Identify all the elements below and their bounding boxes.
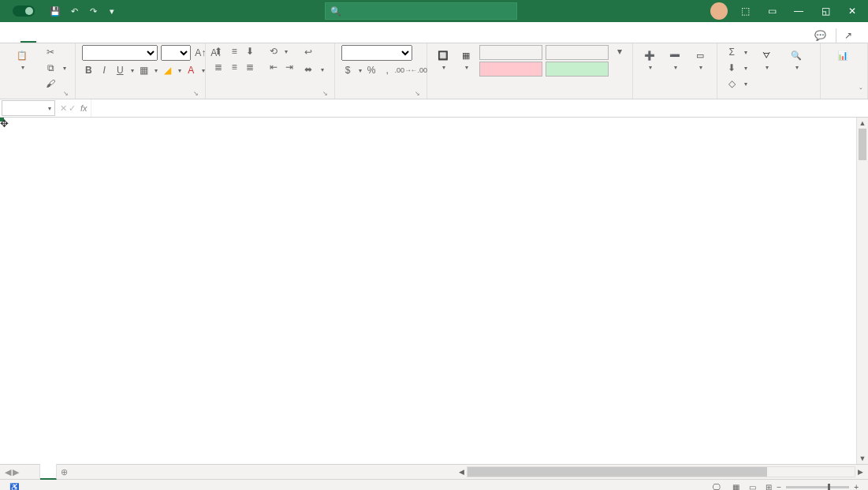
scroll-thumb[interactable]: [859, 129, 866, 160]
formula-enter-icon[interactable]: ✓: [69, 103, 76, 114]
percent-format-icon[interactable]: %: [365, 64, 378, 77]
fill-color-button[interactable]: ◢: [161, 64, 173, 77]
comments-button[interactable]: 💬: [808, 28, 836, 43]
zoom-thumb[interactable]: [828, 484, 830, 491]
align-left-icon[interactable]: ≣: [212, 61, 225, 73]
tab-help[interactable]: [131, 36, 147, 43]
window-close-icon[interactable]: ✕: [843, 3, 862, 19]
zoom-slider[interactable]: [786, 486, 849, 488]
tab-formulas[interactable]: [68, 36, 84, 43]
save-icon[interactable]: 💾: [47, 3, 63, 19]
sheet-tab-readme[interactable]: [24, 465, 40, 479]
share-button[interactable]: ↗: [836, 28, 863, 43]
tab-review[interactable]: [99, 36, 115, 43]
qat-more-icon[interactable]: ▾: [104, 3, 120, 19]
find-select-button[interactable]: 🔍▾: [784, 45, 809, 71]
scroll-up-icon[interactable]: ▲: [857, 118, 868, 129]
font-size-select[interactable]: [161, 45, 191, 61]
new-sheet-button[interactable]: ⊕: [57, 467, 71, 477]
worksheet-area[interactable]: ✥ ▲ ▼: [0, 118, 868, 464]
font-color-button[interactable]: A: [184, 64, 197, 77]
align-middle-icon[interactable]: ≡: [228, 45, 240, 58]
dialog-launcher-icon[interactable]: ↘: [63, 90, 69, 97]
window-restore-icon[interactable]: ◱: [816, 3, 835, 19]
align-bottom-icon[interactable]: ⬇: [244, 45, 256, 58]
wrap-text-button[interactable]: ↩: [300, 45, 326, 59]
sheet-nav-next-icon[interactable]: ▶: [13, 467, 19, 477]
formula-input[interactable]: [91, 99, 868, 117]
borders-button[interactable]: ▦: [137, 64, 150, 77]
align-top-icon[interactable]: ⬆: [212, 45, 225, 58]
horizontal-scrollbar[interactable]: ◀ ▶: [467, 466, 856, 477]
italic-button[interactable]: I: [98, 64, 110, 77]
dialog-launcher-icon[interactable]: ↘: [193, 90, 199, 97]
tab-file[interactable]: [5, 36, 20, 43]
undo-icon[interactable]: ↶: [66, 3, 82, 19]
scroll-left-icon[interactable]: ◀: [456, 467, 468, 477]
cell-style-bad[interactable]: [479, 62, 542, 77]
fx-icon[interactable]: fx: [80, 103, 91, 113]
collapse-ribbon-icon[interactable]: ˇ: [856, 87, 866, 96]
number-format-select[interactable]: [341, 45, 412, 61]
paste-button[interactable]: 📋 ▾: [6, 45, 38, 71]
format-painter-button[interactable]: 🖌: [43, 77, 68, 91]
search-box[interactable]: 🔍: [325, 2, 517, 20]
zoom-in-icon[interactable]: +: [854, 483, 859, 491]
conditional-formatting-button[interactable]: 🔲▾: [434, 45, 452, 71]
name-box[interactable]: ▾: [2, 100, 55, 116]
autosave-control[interactable]: [0, 6, 41, 17]
orientation-icon[interactable]: ⟲: [267, 45, 280, 58]
display-settings-button[interactable]: 🖵: [708, 483, 728, 491]
view-page-layout-icon[interactable]: ▭: [744, 483, 761, 491]
sheet-nav-prev-icon[interactable]: ◀: [5, 467, 11, 477]
window-minimize-icon[interactable]: —: [789, 3, 808, 19]
styles-more-icon[interactable]: ▾: [613, 45, 626, 58]
analyze-data-button[interactable]: 📊: [827, 45, 859, 64]
redo-icon[interactable]: ↷: [85, 3, 101, 19]
decrease-indent-icon[interactable]: ⇤: [267, 61, 280, 73]
autosum-button[interactable]: Σ▾: [724, 45, 749, 59]
tab-home[interactable]: [20, 34, 36, 43]
format-cells-button[interactable]: ▭▾: [690, 45, 710, 71]
cell-style-normal[interactable]: [546, 45, 609, 60]
tab-view[interactable]: [115, 36, 131, 43]
cut-button[interactable]: ✂: [43, 45, 68, 59]
zoom-out-icon[interactable]: −: [777, 483, 781, 491]
view-page-break-icon[interactable]: ⊞: [761, 483, 777, 491]
vertical-scrollbar[interactable]: ▲ ▼: [856, 118, 868, 464]
comma-format-icon[interactable]: ,: [381, 64, 393, 77]
app-options-icon[interactable]: ▭: [762, 3, 781, 19]
cell-style-good[interactable]: [546, 62, 609, 77]
format-as-table-button[interactable]: ▦▾: [456, 45, 475, 71]
underline-button[interactable]: U: [114, 64, 126, 77]
sort-filter-button[interactable]: ᗊ▾: [754, 45, 779, 71]
ribbon-display-icon[interactable]: ⬚: [736, 3, 754, 19]
user-avatar[interactable]: [710, 2, 728, 20]
fill-button[interactable]: ⬇▾: [724, 61, 749, 75]
increase-font-icon[interactable]: A↑: [194, 47, 207, 59]
merge-center-button[interactable]: ⬌▾: [300, 62, 326, 77]
accounting-format-icon[interactable]: $: [341, 64, 354, 77]
dialog-launcher-icon[interactable]: ↘: [415, 90, 420, 97]
scroll-down-icon[interactable]: ▼: [857, 453, 868, 464]
insert-cells-button[interactable]: ➕▾: [639, 45, 660, 71]
tab-data[interactable]: [84, 36, 99, 43]
bold-button[interactable]: B: [82, 64, 95, 77]
accessibility-status[interactable]: ♿: [5, 483, 26, 491]
clear-button[interactable]: ◇▾: [724, 77, 749, 91]
view-normal-icon[interactable]: ▦: [728, 483, 744, 491]
chevron-down-icon[interactable]: ▾: [48, 105, 51, 112]
sheet-tab-group1[interactable]: [40, 464, 57, 480]
dialog-launcher-icon[interactable]: ↘: [322, 90, 328, 97]
increase-decimal-icon[interactable]: .00→: [397, 64, 409, 77]
cell-style-1[interactable]: [479, 45, 542, 60]
autosave-toggle[interactable]: [13, 6, 35, 17]
align-right-icon[interactable]: ≣: [244, 61, 256, 73]
scroll-right-icon[interactable]: ▶: [855, 467, 866, 477]
hscroll-thumb[interactable]: [468, 467, 767, 477]
copy-button[interactable]: ⧉▾: [43, 61, 68, 75]
increase-indent-icon[interactable]: ⇥: [283, 61, 296, 73]
decrease-decimal-icon[interactable]: ←.00: [412, 64, 425, 77]
align-center-icon[interactable]: ≡: [228, 61, 240, 73]
formula-cancel-icon[interactable]: ✕: [60, 103, 67, 114]
